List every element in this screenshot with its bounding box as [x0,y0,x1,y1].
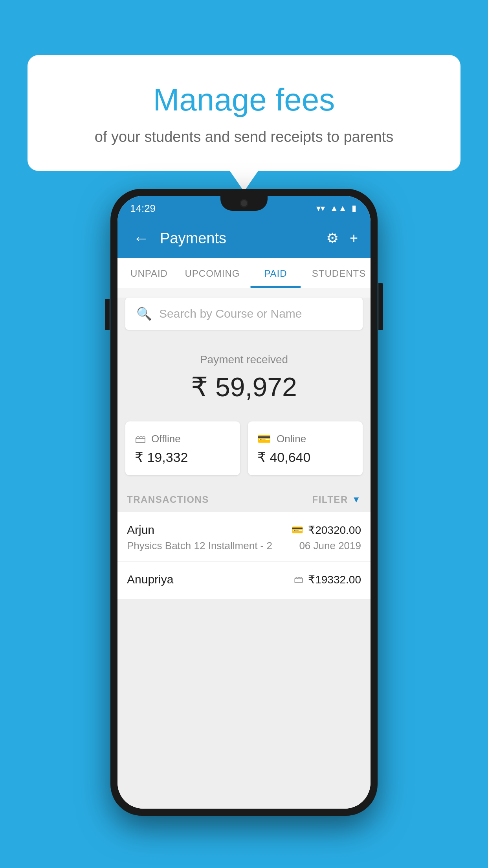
transactions-header: TRANSACTIONS FILTER ▼ [117,486,371,512]
status-time: 14:29 [130,202,156,215]
tab-unpaid[interactable]: UNPAID [117,258,181,288]
back-button[interactable]: ← [130,226,152,250]
tab-paid[interactable]: PAID [244,258,307,288]
txn-payment-type-icon: 💳 [292,524,303,535]
online-label: Online [277,433,306,445]
online-card-header: 💳 Online [257,432,353,445]
bubble-title: Manage fees [51,83,437,117]
phone-outer-frame: 14:29 ▾▾ ▲▲ ▮ ← Payments ⚙ + UNPAID [110,189,378,816]
txn-amount-wrap: 💳 ₹20320.00 [292,524,361,537]
online-amount: ₹ 40,640 [257,449,353,465]
wifi-icon: ▾▾ [316,203,325,213]
bubble-subtitle: of your students and send receipts to pa… [51,127,437,147]
online-card: 💳 Online ₹ 40,640 [248,421,363,475]
filter-label: FILTER [312,494,348,505]
search-placeholder: Search by Course or Name [159,307,302,320]
app-bar: ← Payments ⚙ + [117,219,371,258]
tabs-container: UNPAID UPCOMING PAID STUDENTS [117,258,371,288]
txn-bottom-row: Physics Batch 12 Installment - 2 06 June… [127,540,361,552]
camera [240,199,248,208]
txn-course: Physics Batch 12 Installment - 2 [127,540,272,552]
txn-date: 06 June 2019 [299,540,361,552]
txn-top-row: Anupriya 🗃 ₹19332.00 [127,573,361,586]
payment-received-amount: ₹ 59,972 [117,371,371,403]
speech-bubble-section: Manage fees of your students and send re… [28,55,460,171]
phone-mockup: 14:29 ▾▾ ▲▲ ▮ ← Payments ⚙ + UNPAID [110,189,378,816]
txn-amount: ₹19332.00 [308,573,361,586]
status-icons: ▾▾ ▲▲ ▮ [316,203,356,213]
txn-name: Anupriya [127,573,173,586]
payment-cards-row: 🗃 Offline ₹ 19,332 💳 Online ₹ 40,640 [125,421,363,475]
signal-icon: ▲▲ [330,203,347,213]
transactions-label: TRANSACTIONS [127,494,209,505]
offline-card-header: 🗃 Offline [135,432,231,445]
transaction-row[interactable]: Arjun 💳 ₹20320.00 Physics Batch 12 Insta… [117,512,371,562]
offline-card: 🗃 Offline ₹ 19,332 [125,421,240,475]
tab-students[interactable]: STUDENTS [307,258,371,288]
online-icon: 💳 [257,432,271,445]
offline-amount: ₹ 19,332 [135,449,231,465]
payment-received-label: Payment received [117,353,371,366]
txn-amount: ₹20320.00 [308,524,361,537]
offline-label: Offline [151,433,181,445]
add-button[interactable]: + [350,230,358,246]
txn-top-row: Arjun 💳 ₹20320.00 [127,523,361,537]
payment-received-section: Payment received ₹ 59,972 [117,339,371,414]
phone-screen: 14:29 ▾▾ ▲▲ ▮ ← Payments ⚙ + UNPAID [117,196,371,809]
filter-button[interactable]: FILTER ▼ [312,494,361,505]
battery-icon: ▮ [352,203,356,213]
app-bar-title: Payments [160,230,318,247]
txn-payment-type-icon: 🗃 [294,574,303,585]
txn-name: Arjun [127,523,154,537]
content-area: 🔍 Search by Course or Name Payment recei… [117,298,371,809]
settings-button[interactable]: ⚙ [326,230,339,246]
phone-notch [220,196,268,211]
speech-bubble: Manage fees of your students and send re… [28,55,460,171]
search-bar[interactable]: 🔍 Search by Course or Name [125,298,363,330]
transaction-row[interactable]: Anupriya 🗃 ₹19332.00 [117,562,371,599]
offline-icon: 🗃 [135,432,146,445]
txn-amount-wrap: 🗃 ₹19332.00 [294,573,361,586]
filter-icon: ▼ [352,495,361,505]
tab-upcoming[interactable]: UPCOMING [181,258,244,288]
search-icon: 🔍 [136,306,152,321]
app-bar-icons: ⚙ + [326,230,358,246]
